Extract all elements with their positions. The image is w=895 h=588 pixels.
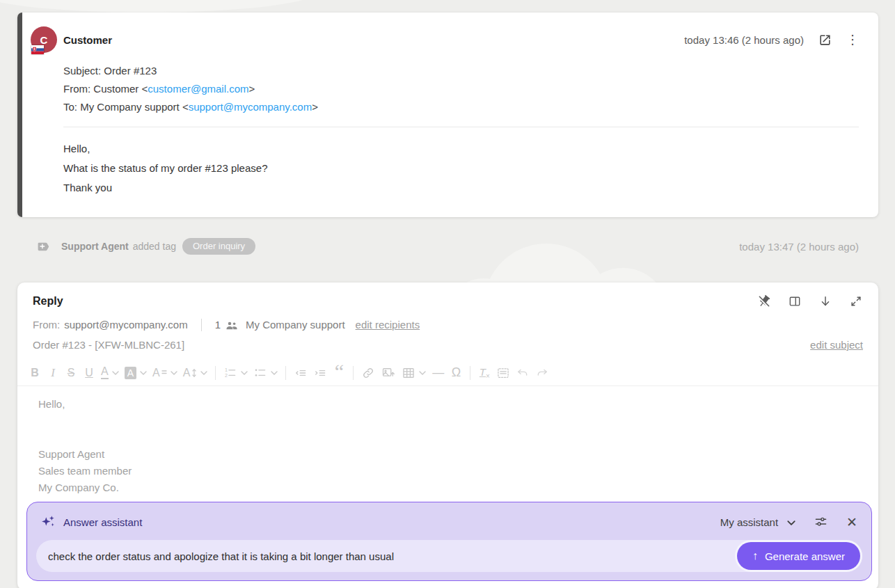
editor-line: My Company Co. [38,479,863,496]
omega-icon: Ω [452,365,461,380]
open-in-new-icon[interactable] [818,33,832,47]
text-lines-icon [161,369,167,377]
reply-from-row: From: support@mycompany.com 1 My Company… [33,317,863,332]
close-icon[interactable]: ✕ [846,516,857,529]
highlight-color-button[interactable]: A [122,363,150,383]
email-from-line: From: Customer <customer@gmail.com> [63,80,859,98]
toolbar-divider [215,366,216,380]
message-timestamp: today 13:46 (2 hours ago) [684,34,804,46]
recipients-people-icon[interactable] [225,320,238,331]
toolbar-divider [285,366,286,380]
table-icon [402,366,415,380]
to-suffix: > [312,101,318,113]
up-down-arrow-icon [191,368,197,378]
reply-header-icons [757,294,863,308]
to-prefix: To: My Company support < [63,101,189,113]
expand-icon[interactable] [849,294,863,308]
reply-subject-row: Order #123 - [XFW-MLBNC-261] edit subjec… [33,337,863,352]
message-body: Hello, What is the status of my order #1… [63,139,859,198]
email-to-line: To: My Company support <support@mycompan… [63,98,859,116]
reply-card: Reply [17,283,878,588]
highlight-glyph: A [125,367,136,379]
horizontal-rule-button[interactable]: — [429,363,447,383]
tag-pill[interactable]: Order inquiry [182,238,255,255]
clear-formatting-icon: T× [480,366,490,380]
italic-glyph: I [51,367,55,379]
clear-formatting-button[interactable]: T× [475,363,493,383]
recipients-count[interactable]: 1 [215,319,221,331]
insert-image-button[interactable] [378,363,399,383]
svg-text:2: 2 [225,373,228,379]
line-spacing-glyph: A [183,367,191,379]
collapse-down-icon[interactable] [818,294,832,308]
to-email-link[interactable]: support@mycompany.com [189,101,312,113]
from-prefix: From: Customer < [63,83,148,95]
edit-recipients-link[interactable]: edit recipients [356,319,420,331]
undo-button[interactable] [513,363,532,383]
message-header-row: C Customer today 13:46 (2 hours ago) [31,26,859,53]
line-spacing-button[interactable]: A [180,363,211,383]
sender-name: Customer [63,34,112,46]
assistant-header: Answer assistant My assistant ✕ [36,510,862,534]
generate-answer-button[interactable]: ↑ Generate answer [737,542,860,570]
bullet-list-button[interactable] [251,363,280,383]
template-button[interactable] [493,363,513,383]
up-arrow-icon: ↑ [752,550,758,562]
font-size-button[interactable]: A [150,363,180,383]
italic-button[interactable]: I [44,363,62,383]
activity-timestamp: today 13:47 (2 hours ago) [739,241,859,253]
message-meta: today 13:46 (2 hours ago) ⋮ [684,33,859,47]
indent-button[interactable] [310,363,330,383]
split-view-icon[interactable] [788,294,802,308]
from-email-link[interactable]: customer@gmail.com [148,83,248,95]
flag-slovakia-icon [31,45,44,54]
ordered-list-icon: 12 [223,366,237,380]
ordered-list-button[interactable]: 12 [221,363,251,383]
insert-table-button[interactable] [399,363,429,383]
assistant-input-row: check the order status and apologize tha… [36,540,862,572]
chevron-down-icon [419,371,426,375]
bold-button[interactable]: B [26,363,44,383]
avatar-wrap: C [31,26,57,53]
toolbar-divider [353,366,354,380]
outdent-button[interactable] [291,363,310,383]
font-color-button[interactable]: A [98,363,122,383]
email-subject-line: Subject: Order #123 [63,62,859,80]
activity-log-row: Support Agent added tag Order inquiry to… [36,238,859,255]
editor-line: Hello, [38,396,863,413]
editor-line: Support Agent [38,446,863,463]
blockquote-button[interactable]: “ [330,363,348,383]
chevron-down-icon [271,371,278,375]
answer-assistant-panel: Answer assistant My assistant ✕ [26,502,872,581]
image-upload-icon [381,366,396,380]
horizontal-rule-icon: — [432,366,443,380]
generate-answer-label: Generate answer [765,550,845,562]
special-characters-button[interactable]: Ω [447,363,465,383]
email-headers: Subject: Order #123 From: Customer <cust… [63,62,859,116]
unpin-icon[interactable] [757,294,771,308]
insert-link-button[interactable] [358,363,378,383]
reply-editor[interactable]: Hello, Support Agent Sales team member M… [23,386,863,496]
edit-subject-link[interactable]: edit subject [810,339,863,351]
from-label: From: [33,319,60,331]
bullet-list-icon [253,366,267,380]
outdent-icon [294,366,308,380]
strikethrough-button[interactable]: S [62,363,80,383]
activity-action: added tag [133,241,176,252]
link-icon [361,366,375,380]
sparkles-icon [40,514,56,530]
chevron-down-icon [200,371,207,375]
assistant-controls: My assistant ✕ [720,515,862,529]
redo-button[interactable] [532,363,552,383]
kebab-menu-icon[interactable]: ⋮ [846,33,859,46]
font-size-glyph: A [152,367,160,379]
chevron-down-icon [241,371,248,375]
indent-icon [313,366,327,380]
customer-message-card: C Customer today 13:46 (2 hours ago) [17,13,878,217]
underline-button[interactable]: U [80,363,98,383]
assistant-selector[interactable]: My assistant [720,516,795,528]
reply-from-email: support@mycompany.com [64,319,188,331]
body-line: Thank you [63,178,859,198]
background-cloud [0,0,320,13]
assistant-settings-icon[interactable] [813,515,829,529]
